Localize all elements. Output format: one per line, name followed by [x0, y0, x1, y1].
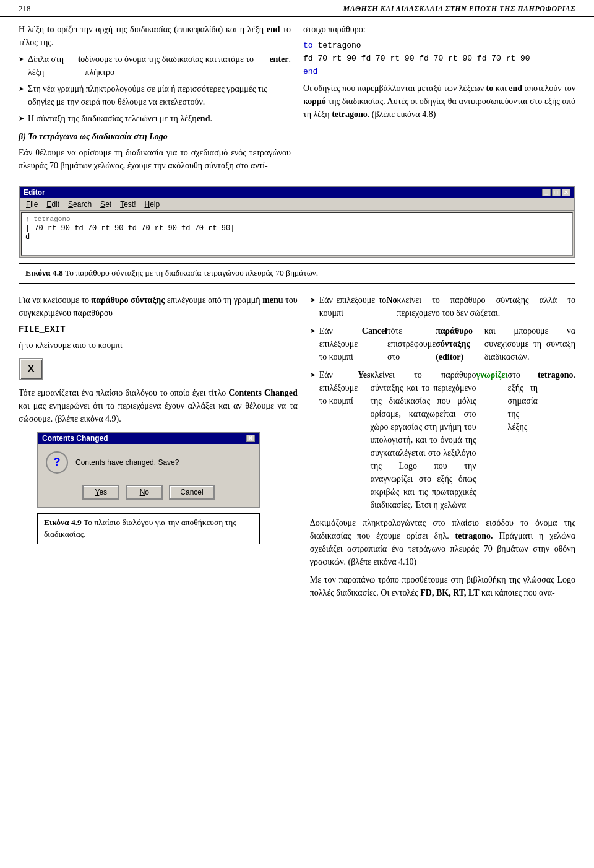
- dialog-cancel-label: Cancel: [180, 488, 203, 497]
- page-title: ΜΑΘΗΣΗ ΚΑΙ ΔΙΔΑΣΚΑΛΙΑ ΣΤΗΝ ΕΠΟΧΗ ΤΗΣ ΠΛΗ…: [343, 4, 575, 14]
- right-para: Οι οδηγίες που παρεμβάλλονται μεταξύ των…: [303, 82, 575, 121]
- or-text: ή το κλείνουμε από το κουμπί: [19, 339, 298, 352]
- code-line-2: fd 70 rt 90 fd 70 rt 90 fd 70 rt 90 fd 7…: [303, 53, 575, 66]
- code-block: to tetragono fd 70 rt 90 fd 70 rt 90 fd …: [303, 40, 575, 78]
- menu-test[interactable]: Test!: [116, 199, 139, 209]
- menu-search[interactable]: Search: [64, 199, 95, 209]
- editor-content[interactable]: ↑ tetragono | 70 rt 90 fd 70 rt 90 fd 70…: [21, 212, 573, 256]
- file-exit-label: FILE_EXIT: [19, 323, 298, 336]
- page-header: 218 ΜΑΘΗΣΗ ΚΑΙ ΔΙΔΑΣΚΑΛΙΑ ΣΤΗΝ ΕΠΟΧΗ ΤΗΣ…: [0, 0, 594, 17]
- caption-49: Εικόνα 4.9 Το πλαίσιο διαλόγου για την α…: [37, 513, 260, 544]
- editor-titlebar: Editor _ □ ✕: [20, 187, 574, 198]
- code-line-3: end: [303, 66, 575, 79]
- dialog-title: Contents Changed: [42, 434, 108, 443]
- dialog-message: Contents have changed. Save?: [75, 458, 179, 467]
- editor-maximize-btn[interactable]: □: [552, 189, 561, 196]
- dialog-titlebar: Contents Changed ✕: [38, 433, 259, 444]
- bottom-right-col: Εάν επιλέξουμε το κουμπί No κλείνει το π…: [310, 293, 575, 603]
- dialog-no-rest: o: [145, 488, 149, 497]
- keyword-menu: menu: [262, 295, 283, 305]
- editor-close-btn[interactable]: ✕: [562, 189, 570, 196]
- keyword-epikephalida: επικεφαλίδα: [177, 25, 220, 34]
- caption-48-label: Εικόνα 4.8: [25, 268, 63, 277]
- top-right-col: στοιχο παράθυρο: to tetragono fd 70 rt 9…: [303, 23, 575, 176]
- menu-edit[interactable]: Edit: [43, 199, 63, 209]
- close-syntax-para: Για να κλείσουμε το παράθυρο σύνταξης επ…: [19, 293, 298, 319]
- caption-48: Εικόνα 4.8 Το παράθυρο σύνταξης με τη δι…: [19, 263, 575, 284]
- editor-controls: _ □ ✕: [542, 189, 570, 196]
- top-bullet-list: Δίπλα στη λέξη to δίνουμε το όνομα της δ…: [19, 53, 291, 125]
- menu-file[interactable]: File: [22, 199, 41, 209]
- dialog-buttons: Yes No Cancel: [38, 481, 259, 507]
- x-button[interactable]: X: [19, 358, 43, 380]
- page-container: 218 ΜΑΘΗΣΗ ΚΑΙ ΔΙΔΑΣΚΑΛΙΑ ΣΤΗΝ ΕΠΟΧΗ ΤΗΣ…: [0, 0, 594, 609]
- editor-line-label: ↑ tetragono: [25, 215, 569, 223]
- right-bullet-no: Εάν επιλέξουμε το κουμπί No κλείνει το π…: [310, 293, 575, 319]
- editor-line-code: | 70 rt 90 fd 70 rt 90 fd 70 rt 90 fd 70…: [25, 224, 569, 233]
- right-bullet-list: Εάν επιλέξουμε το κουμπί No κλείνει το π…: [310, 293, 575, 511]
- caption-48-text: Εικόνα 4.8 Το παράθυρο σύνταξης με τη δι…: [25, 268, 318, 277]
- section-heading-beta: β) Το τετράγωνο ως διαδικασία στη Logo: [19, 130, 291, 143]
- section-para: Εάν θέλουμε να ορίσουμε τη διαδικασία γι…: [19, 146, 291, 172]
- keyword-parasyntax: παράθυρο σύνταξης: [92, 295, 165, 305]
- dialog-no-btn[interactable]: No: [126, 485, 163, 500]
- right-label: στοιχο παράθυρο:: [303, 23, 575, 36]
- editor-title: Editor: [24, 188, 45, 197]
- final-para1: Δοκιμάζουμε πληκτρολογώντας στο πλαίσιο …: [310, 516, 575, 568]
- right-bullet-yes: Εάν επιλέξουμε το κουμπί Yes κλείνει το …: [310, 368, 575, 511]
- menu-set[interactable]: Set: [97, 199, 115, 209]
- dialog-question-icon: ?: [46, 451, 68, 474]
- top-left-col: Η λέξη to ορίζει την αρχή της διαδικασία…: [19, 23, 291, 176]
- bullet-item-1: Δίπλα στη λέξη to δίνουμε το όνομα της δ…: [19, 53, 291, 79]
- right-bullet-cancel: Εάν επιλέξουμε το κουμπί Cancel τότε επι…: [310, 324, 575, 363]
- dialog-cancel-btn[interactable]: Cancel: [169, 485, 214, 500]
- bottom-two-col: Για να κλείσουμε το παράθυρο σύνταξης επ…: [0, 290, 594, 609]
- keyword-end: end: [267, 25, 280, 34]
- editor-window: Editor _ □ ✕ File Edit Search Set Test! …: [19, 186, 575, 258]
- x-button-label: X: [28, 363, 35, 375]
- x-button-container: X: [19, 358, 298, 380]
- editor-menubar: File Edit Search Set Test! Help: [20, 198, 574, 211]
- caption-48-body: Το παράθυρο σύνταξης με τη διαδικασία τε…: [65, 268, 318, 277]
- dialog-yes-rest: es: [99, 488, 107, 497]
- bullet-item-3: Η σύνταξη της διαδικασίας τελειώνει με τ…: [19, 112, 291, 125]
- dialog-body: ? Contents have changed. Save?: [38, 444, 259, 481]
- keyword-to: to: [47, 25, 54, 34]
- editor-line-d: d: [25, 233, 569, 241]
- top-two-col: Η λέξη to ορίζει την αρχή της διαδικασία…: [0, 17, 594, 180]
- intro-para: Η λέξη to ορίζει την αρχή της διαδικασία…: [19, 23, 291, 49]
- caption-49-label: Εικόνα 4.9: [44, 518, 82, 527]
- caption-49-text: Εικόνα 4.9 Το πλαίσιο διαλόγου για την α…: [44, 518, 236, 539]
- contents-changed-dialog: Contents Changed ✕ ? Contents have chang…: [37, 432, 260, 508]
- dialog-close-btn[interactable]: ✕: [246, 435, 255, 442]
- bullet-item-2: Στη νέα γραμμή πληκτρολογούμε σε μία ή π…: [19, 82, 291, 108]
- code-line-1: to tetragono: [303, 40, 575, 53]
- then-para: Τότε εμφανίζεται ένα πλαίσιο διαλόγου το…: [19, 386, 298, 425]
- final-para2: Με τον παραπάνω τρόπο προσθέτουμε στη βι…: [310, 573, 575, 599]
- dialog-yes-btn[interactable]: Yes: [82, 485, 119, 500]
- dialog-no-underline: N: [140, 488, 145, 497]
- menu-help[interactable]: Help: [140, 199, 163, 209]
- bottom-left-col: Για να κλείσουμε το παράθυρο σύνταξης επ…: [19, 293, 298, 603]
- editor-minimize-btn[interactable]: _: [542, 189, 551, 196]
- editor-inner: ↑ tetragono | 70 rt 90 fd 70 rt 90 fd 70…: [20, 212, 574, 256]
- page-number: 218: [19, 4, 31, 14]
